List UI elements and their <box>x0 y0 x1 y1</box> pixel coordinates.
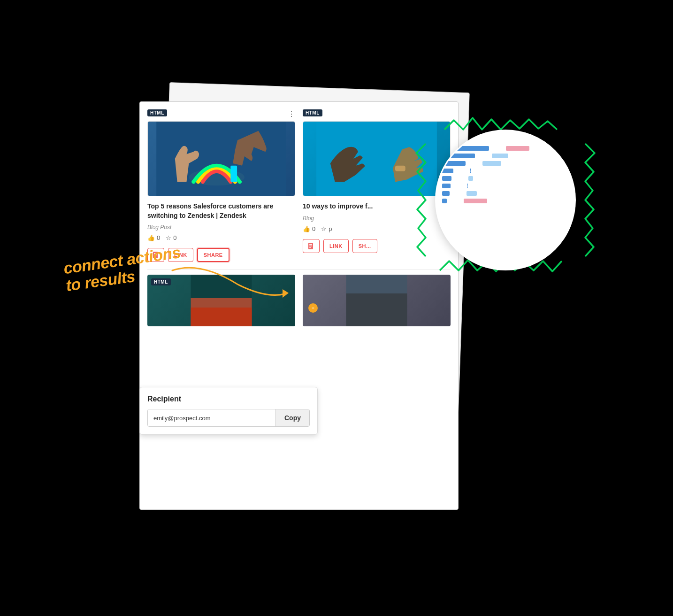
views-dashed-6 <box>467 184 468 188</box>
thumb-up-icon-1: 👍 <box>147 234 155 241</box>
card1-title: Top 5 reasons Salesforce customers are s… <box>147 202 295 220</box>
svg-rect-17 <box>346 293 407 326</box>
views-bar-7 <box>467 191 477 196</box>
shares-bar-4 <box>442 169 453 173</box>
likes-count-2: 0 <box>312 225 315 232</box>
popup-input-row: Copy <box>147 409 310 427</box>
more-menu-icon-left[interactable]: ⋮ <box>288 109 295 118</box>
analytics-row-7 <box>442 191 569 196</box>
analytics-circle: Shares ℹ ▾ Views ℹ ▾ <box>435 130 576 270</box>
views-dashed-4 <box>470 169 471 173</box>
views-bar-2 <box>492 154 508 158</box>
star-icon-1: ☆ <box>166 234 171 241</box>
copy-button[interactable]: Copy <box>275 409 309 426</box>
svg-marker-18 <box>283 289 289 298</box>
analytics-row-1 <box>442 146 569 151</box>
html-badge-right: HTML <box>303 109 322 116</box>
shares-bar-5 <box>442 176 451 181</box>
views-bar-1 <box>506 146 529 151</box>
analytics-row-5 <box>442 176 569 181</box>
shares-bar-3 <box>442 161 466 166</box>
svg-rect-11 <box>309 246 312 246</box>
card1-image <box>147 121 295 196</box>
share-popup: Recipient Copy <box>139 387 318 435</box>
popup-label: Recipient <box>147 395 310 403</box>
left-column: HTML ⋮ <box>147 109 295 262</box>
analytics-row-2 <box>442 154 569 158</box>
link-dot <box>308 303 318 313</box>
recipient-email-input[interactable] <box>148 409 275 426</box>
views-bar-3 <box>482 161 501 166</box>
analytics-row-6 <box>442 184 569 188</box>
views-bar-5 <box>468 176 473 181</box>
shares-bar-8 <box>442 199 447 203</box>
thumb-up-icon-2: 👍 <box>303 225 310 232</box>
svg-rect-2 <box>230 166 237 182</box>
card1-stats: 👍 0 ☆ 0 <box>147 234 295 241</box>
card2-doc-button[interactable] <box>303 239 320 253</box>
analytics-row-3 <box>442 161 569 166</box>
arrow-decoration <box>163 256 304 313</box>
svg-rect-8 <box>395 166 405 171</box>
html-badge-left: HTML <box>147 109 167 116</box>
stars-count-1: 0 <box>173 234 176 241</box>
star-icon-2: ☆ <box>321 225 327 232</box>
analytics-row-4 <box>442 169 569 173</box>
shares-bar-7 <box>442 191 450 196</box>
stars-count-2: p <box>329 225 332 232</box>
scene: HTML ⋮ <box>125 73 548 543</box>
analytics-bars <box>442 146 569 203</box>
svg-rect-12 <box>309 247 311 248</box>
card2-share-button[interactable]: SH... <box>352 239 377 253</box>
views-bar-8 <box>464 199 487 203</box>
likes-count-1: 0 <box>157 234 160 241</box>
shares-bar-6 <box>442 184 451 188</box>
analytics-row-8 <box>442 199 569 203</box>
svg-rect-10 <box>309 244 312 245</box>
card2-link-button[interactable]: LINK <box>323 239 349 253</box>
card1-type: Blog Post <box>147 224 295 231</box>
